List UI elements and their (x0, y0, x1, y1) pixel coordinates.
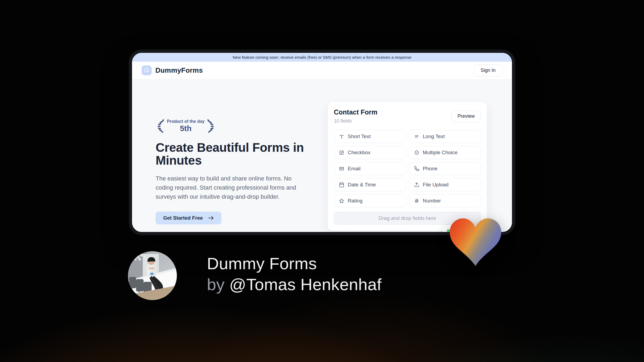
hero-title: Create Beautiful Forms in Minutes (156, 141, 314, 167)
field-chip-label: Email (348, 166, 361, 172)
hero-section: Product of the day 5th (156, 119, 314, 224)
avatar (128, 251, 177, 300)
laurel-left-icon (156, 119, 165, 134)
product-of-the-day-badge: Product of the day 5th (156, 119, 314, 134)
field-chip-label: Rating (348, 198, 363, 204)
hash-icon (414, 198, 419, 204)
form-title: Contact Form (334, 108, 378, 116)
field-chip-email[interactable]: Email (334, 162, 406, 175)
upload-icon (414, 182, 419, 187)
field-chip-label: Multiple Choice (423, 150, 458, 156)
field-chip-multiple-choice[interactable]: Multiple Choice (409, 146, 481, 159)
field-chip-file-upload[interactable]: File Upload (409, 178, 481, 191)
credit-byline-prefix: by (207, 275, 229, 294)
form-builder-card: Contact Form 10 fields Preview Short Tex… (328, 102, 487, 231)
field-chip-label: Date & Time (348, 182, 376, 188)
credit-byline-handle: @Tomas Henkenhaf (229, 275, 382, 294)
get-started-button[interactable]: Get Started Free (156, 212, 221, 224)
announcement-banner: New feature coming soon: receive emails … (132, 53, 512, 62)
field-chip-long-text[interactable]: Long Text (409, 130, 481, 143)
get-started-label: Get Started Free (163, 215, 203, 221)
radio-icon (414, 150, 419, 155)
potd-rank: 5th (180, 124, 192, 133)
hero-description: The easiest way to build and share onlin… (156, 174, 310, 201)
field-chip-label: Checkbox (348, 150, 371, 156)
form-field-count: 10 fields (334, 118, 378, 124)
checkbox-icon (339, 150, 344, 155)
credit-text: Dummy Forms by @Tomas Henkenhaf (207, 253, 382, 295)
laurel-right-icon (206, 119, 216, 134)
gradient-heart-icon (450, 218, 501, 267)
long-text-icon (414, 134, 419, 139)
field-chip-rating[interactable]: Rating (334, 194, 406, 207)
field-grid: Short TextLong TextCheckboxMultiple Choi… (334, 130, 481, 207)
short-text-icon (339, 134, 344, 139)
field-chip-label: Number (423, 198, 441, 204)
arrow-right-icon (208, 216, 214, 220)
dashed-select-cursor-icon (144, 68, 150, 73)
page-content: Product of the day 5th (132, 79, 512, 232)
field-chip-number[interactable]: Number (409, 194, 481, 207)
browser-window: New feature coming soon: receive emails … (129, 50, 515, 235)
star-icon (339, 198, 344, 204)
app-header: DummyForms Sign In (132, 62, 512, 79)
sign-in-button[interactable]: Sign In (474, 64, 502, 76)
email-icon (339, 166, 344, 171)
field-chip-label: Long Text (423, 134, 445, 139)
field-chip-label: Phone (423, 166, 438, 172)
brand-name: DummyForms (155, 66, 203, 75)
field-chip-phone[interactable]: Phone (409, 162, 481, 175)
drop-zone-text: Drag and drop fields here (379, 215, 436, 221)
phone-icon (414, 166, 419, 171)
preview-button[interactable]: Preview (451, 110, 481, 122)
dummyforms-logo[interactable] (142, 65, 152, 75)
potd-label: Product of the day (167, 119, 204, 124)
field-chip-date-time[interactable]: Date & Time (334, 178, 406, 191)
field-chip-checkbox[interactable]: Checkbox (334, 146, 406, 159)
field-chip-label: Short Text (348, 134, 371, 139)
announcement-text: New feature coming soon: receive emails … (233, 55, 411, 60)
field-chip-label: File Upload (423, 182, 449, 188)
calendar-icon (339, 182, 344, 187)
credit-title: Dummy Forms (207, 253, 382, 274)
field-chip-short-text[interactable]: Short Text (334, 130, 406, 143)
